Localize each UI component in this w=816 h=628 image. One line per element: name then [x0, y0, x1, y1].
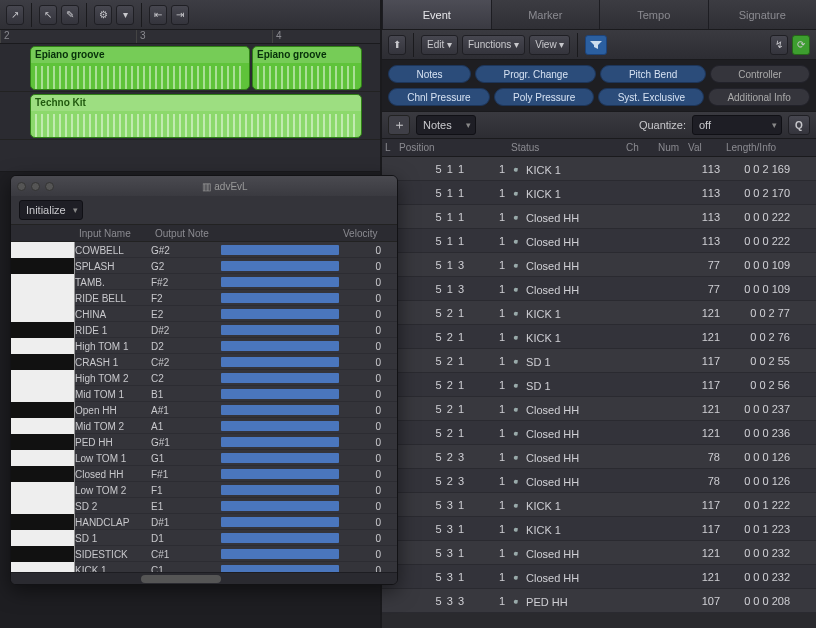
close-icon[interactable]	[17, 182, 26, 191]
mapping-row[interactable]: Low TOM 1G10	[11, 450, 397, 466]
piano-key[interactable]	[11, 386, 75, 402]
quantize-select[interactable]: off	[692, 115, 782, 135]
add-event-button[interactable]: ＋	[388, 115, 410, 135]
piano-key[interactable]	[11, 466, 75, 482]
event-type-select[interactable]: Notes	[416, 115, 476, 135]
velocity-bar[interactable]	[221, 565, 339, 572]
event-list[interactable]: 5 1 11 KICK 11130 0 2 1695 1 11 KICK 111…	[382, 157, 816, 628]
catch-icon[interactable]: ⟳	[792, 35, 810, 55]
tab-tempo[interactable]: Tempo	[599, 0, 708, 29]
velocity-bar[interactable]	[221, 437, 339, 447]
event-row[interactable]: 5 1 31 Closed HH770 0 0 109	[382, 277, 816, 301]
initialize-menu[interactable]: Initialize	[19, 200, 83, 220]
event-row[interactable]: 5 1 11 KICK 11130 0 2 169	[382, 157, 816, 181]
velocity-bar[interactable]	[221, 357, 339, 367]
window-titlebar[interactable]: ▥advEvL	[11, 176, 397, 196]
piano-key[interactable]	[11, 514, 75, 530]
functions-menu[interactable]: Functions ▾	[462, 35, 525, 55]
event-row[interactable]: 5 2 31 Closed HH780 0 0 126	[382, 469, 816, 493]
velocity-bar[interactable]	[221, 389, 339, 399]
mapping-row[interactable]: RIDE 1D#20	[11, 322, 397, 338]
piano-key[interactable]	[11, 370, 75, 386]
mapping-row[interactable]: High TOM 1D20	[11, 338, 397, 354]
mapping-row[interactable]: SD 2E10	[11, 498, 397, 514]
mapping-row[interactable]: Mid TOM 1B10	[11, 386, 397, 402]
piano-key[interactable]	[11, 354, 75, 370]
event-row[interactable]: 5 2 11 Closed HH1210 0 0 237	[382, 397, 816, 421]
mapping-row[interactable]: HANDCLAPD#10	[11, 514, 397, 530]
velocity-bar[interactable]	[221, 517, 339, 527]
column-header[interactable]: L	[382, 142, 396, 153]
velocity-bar[interactable]	[221, 533, 339, 543]
column-header[interactable]: Ch	[623, 142, 655, 153]
mapping-window[interactable]: ▥advEvL Initialize Input NameOutput Note…	[10, 175, 398, 585]
velocity-bar[interactable]	[221, 325, 339, 335]
filter-pill[interactable]: Controller	[710, 65, 810, 83]
event-row[interactable]: 5 2 11 Closed HH1210 0 0 236	[382, 421, 816, 445]
mapping-row[interactable]: CRASH 1C#20	[11, 354, 397, 370]
midi-region[interactable]: Epiano groove	[252, 46, 362, 90]
back-icon[interactable]: ⬆	[388, 35, 406, 55]
event-row[interactable]: 5 3 11 KICK 11170 0 1 222	[382, 493, 816, 517]
piano-key[interactable]	[11, 306, 75, 322]
velocity-bar[interactable]	[221, 373, 339, 383]
gear-icon[interactable]: ⚙	[94, 5, 112, 25]
filter-pill[interactable]: Additional Info	[708, 88, 810, 106]
tab-marker[interactable]: Marker	[491, 0, 600, 29]
column-header[interactable]: Length/Info	[723, 142, 793, 153]
piano-key[interactable]	[11, 530, 75, 546]
velocity-bar[interactable]	[221, 309, 339, 319]
mapping-row[interactable]: Mid TOM 2A10	[11, 418, 397, 434]
mapping-row[interactable]: Closed HHF#10	[11, 466, 397, 482]
velocity-bar[interactable]	[221, 341, 339, 351]
quantize-button[interactable]: Q	[788, 115, 810, 135]
piano-key[interactable]	[11, 402, 75, 418]
pointer-tool-icon[interactable]: ↖	[39, 5, 57, 25]
velocity-bar[interactable]	[221, 277, 339, 287]
event-row[interactable]: 5 3 11 Closed HH1210 0 0 232	[382, 541, 816, 565]
velocity-bar[interactable]	[221, 421, 339, 431]
midi-region[interactable]: Epiano groove	[30, 46, 250, 90]
mapping-row[interactable]: RIDE BELLF20	[11, 290, 397, 306]
event-row[interactable]: 5 3 11 KICK 11170 0 1 223	[382, 517, 816, 541]
piano-key[interactable]	[11, 418, 75, 434]
mapping-row[interactable]: KICK 1C10	[11, 562, 397, 572]
event-row[interactable]: 5 3 11 Closed HH1210 0 0 232	[382, 565, 816, 589]
filter-pill[interactable]: Notes	[388, 65, 471, 83]
velocity-bar[interactable]	[221, 405, 339, 415]
mapping-row[interactable]: High TOM 2C20	[11, 370, 397, 386]
column-header[interactable]: Val	[685, 142, 723, 153]
column-header[interactable]: Position	[396, 142, 468, 153]
filter-pill[interactable]: Syst. Exclusive	[598, 88, 704, 106]
pencil-tool-icon[interactable]: ✎	[61, 5, 79, 25]
velocity-bar[interactable]	[221, 501, 339, 511]
piano-key[interactable]	[11, 258, 75, 274]
event-row[interactable]: 5 1 11 KICK 11130 0 2 170	[382, 181, 816, 205]
dropdown-icon[interactable]: ▾	[116, 5, 134, 25]
link-icon[interactable]: ↯	[770, 35, 788, 55]
filter-pill[interactable]: Pitch Bend	[600, 65, 705, 83]
mapping-row[interactable]: PED HHG#10	[11, 434, 397, 450]
mapping-row[interactable]: Low TOM 2F10	[11, 482, 397, 498]
velocity-bar[interactable]	[221, 293, 339, 303]
velocity-bar[interactable]	[221, 485, 339, 495]
event-row[interactable]: 5 1 11 Closed HH1130 0 0 222	[382, 229, 816, 253]
piano-key[interactable]	[11, 322, 75, 338]
column-header[interactable]: Status	[508, 142, 623, 153]
event-row[interactable]: 5 3 31 PED HH1070 0 0 208	[382, 589, 816, 613]
piano-key[interactable]	[11, 274, 75, 290]
velocity-bar[interactable]	[221, 469, 339, 479]
piano-key[interactable]	[11, 498, 75, 514]
edge-icon[interactable]: ↗	[6, 5, 24, 25]
edit-menu[interactable]: Edit ▾	[421, 35, 458, 55]
event-row[interactable]: 5 2 31 Closed HH780 0 0 126	[382, 445, 816, 469]
mapping-row[interactable]: TAMB.F#20	[11, 274, 397, 290]
event-row[interactable]: 5 2 11 KICK 11210 0 2 76	[382, 325, 816, 349]
piano-key[interactable]	[11, 290, 75, 306]
mapping-row[interactable]: CHINAE20	[11, 306, 397, 322]
piano-key[interactable]	[11, 482, 75, 498]
view-menu[interactable]: View ▾	[529, 35, 570, 55]
column-header[interactable]: Num	[655, 142, 685, 153]
velocity-bar[interactable]	[221, 453, 339, 463]
piano-key[interactable]	[11, 338, 75, 354]
